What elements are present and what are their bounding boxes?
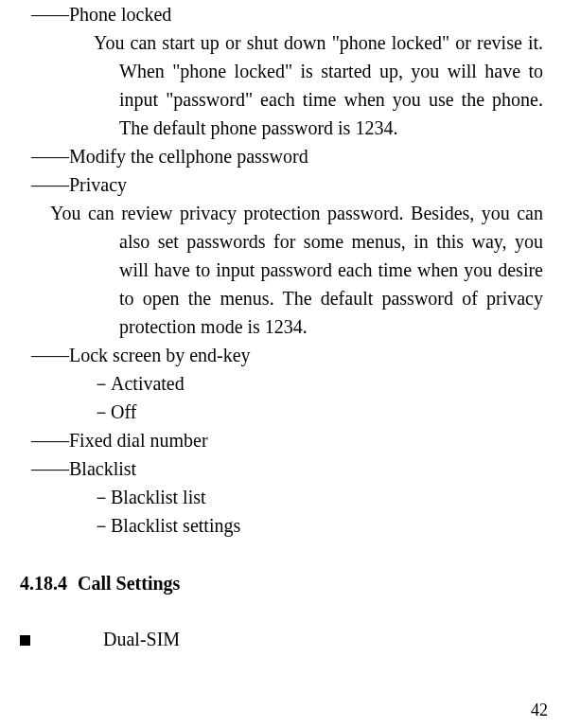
lock-screen-activated: －Activated: [92, 369, 543, 398]
dual-sim-row: Dual-SIM: [20, 627, 543, 651]
modify-password-heading: ――Modify the cellphone password: [31, 142, 543, 170]
blacklist-heading: ――Blacklist: [31, 454, 543, 483]
blacklist-settings-item: －Blacklist settings: [92, 511, 543, 540]
dual-sim-label: Dual-SIM: [103, 627, 180, 651]
lock-screen-off: －Off: [92, 398, 543, 426]
section-heading-row: 4.18.4 Call Settings: [20, 572, 543, 595]
phone-locked-heading: ――Phone locked: [31, 0, 543, 28]
blacklist-list-item: －Blacklist list: [92, 483, 543, 511]
phone-locked-body: You can start up or shut down "phone loc…: [119, 28, 543, 142]
section-number: 4.18.4: [20, 572, 67, 595]
privacy-heading: ――Privacy: [31, 170, 543, 199]
square-bullet-icon: [20, 635, 30, 646]
manual-page: ――Phone locked You can start up or shut …: [0, 0, 563, 728]
page-number: 42: [531, 701, 548, 720]
section-title: Call Settings: [78, 572, 180, 595]
lock-screen-heading: ――Lock screen by end-key: [31, 341, 543, 369]
privacy-body: You can review privacy protection passwo…: [119, 199, 543, 341]
fixed-dial-heading: ――Fixed dial number: [31, 426, 543, 454]
